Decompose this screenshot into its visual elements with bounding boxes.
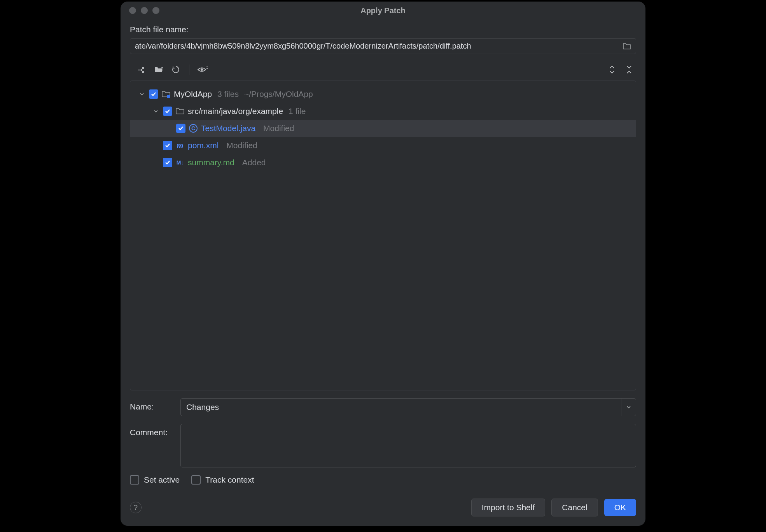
name-input-wrapper (180, 398, 636, 416)
patch-file-label: Patch file name: (130, 25, 636, 34)
comment-label: Comment: (130, 424, 180, 437)
tree-root-path: ~/Progs/MyOldApp (244, 89, 313, 99)
browse-folder-icon[interactable] (623, 43, 631, 50)
preview-eye-icon[interactable] (197, 64, 208, 75)
maven-badge-text: m (177, 140, 183, 150)
file-tree-panel: MyOldApp 3 files ~/Progs/MyOldApp src/ma… (130, 80, 636, 390)
name-form-row: Name: (130, 398, 636, 416)
maven-icon: m (175, 141, 185, 150)
checkbox-file2[interactable] (163, 141, 172, 150)
minimize-window-button[interactable] (141, 7, 148, 14)
tree-root-count: 3 files (217, 89, 239, 99)
markdown-icon: M↓ (175, 158, 185, 167)
maximize-window-button[interactable] (152, 7, 159, 14)
file2-name: pom.xml (188, 141, 219, 150)
name-input[interactable] (181, 399, 621, 416)
tree-folder-name: src/main/java/org/example (188, 107, 283, 116)
dialog-title: Apply Patch (128, 6, 638, 15)
expand-collapse-icon[interactable] (607, 64, 617, 75)
titlebar: Apply Patch (121, 2, 645, 19)
help-button[interactable]: ? (130, 502, 142, 513)
chevron-down-icon[interactable] (138, 91, 146, 97)
file3-name: summary.md (188, 158, 234, 167)
track-context-option[interactable]: Track context (191, 475, 254, 485)
checkbox-folder[interactable] (163, 107, 172, 116)
tree-file-row-testmodel[interactable]: C TestModel.java Modified (130, 120, 636, 137)
name-label: Name: (130, 398, 180, 411)
comment-form-row: Comment: (130, 424, 636, 467)
tree-root-name: MyOldApp (174, 89, 212, 99)
patch-file-input-wrapper (130, 38, 636, 54)
checkbox-file1[interactable] (176, 124, 185, 133)
apply-patch-dialog: Apply Patch Patch file name: (121, 2, 645, 526)
tree-folder-row[interactable]: src/main/java/org/example 1 file (130, 103, 636, 120)
tree-file-row-summary[interactable]: M↓ summary.md Added (130, 154, 636, 171)
set-active-option[interactable]: Set active (130, 475, 180, 485)
toolbar-divider (189, 65, 189, 75)
file2-status: Modified (226, 141, 257, 150)
patch-file-input[interactable] (135, 42, 619, 51)
markdown-badge-text: M↓ (177, 159, 184, 166)
file3-status: Added (242, 158, 266, 167)
tree-root-row[interactable]: MyOldApp 3 files ~/Progs/MyOldApp (130, 86, 636, 103)
help-icon: ? (134, 504, 138, 512)
cancel-button[interactable]: Cancel (551, 499, 598, 516)
folder-group-icon[interactable] (153, 64, 164, 75)
ok-button[interactable]: OK (604, 499, 636, 516)
file1-name: TestModel.java (201, 124, 255, 133)
checkbox-root[interactable] (149, 89, 158, 99)
window-controls (129, 7, 159, 14)
options-row: Set active Track context (130, 475, 636, 485)
dialog-footer: ? Import to Shelf Cancel OK (130, 494, 636, 516)
name-dropdown-button[interactable] (621, 399, 636, 416)
folder-icon (175, 107, 185, 116)
comment-input-wrapper (180, 424, 636, 467)
close-window-button[interactable] (129, 7, 136, 14)
svg-point-0 (201, 68, 203, 71)
project-folder-icon (161, 89, 171, 99)
comment-textarea[interactable] (181, 424, 636, 467)
file1-status: Modified (263, 124, 294, 133)
svg-text:C: C (191, 125, 195, 131)
tree-file-row-pom[interactable]: m pom.xml Modified (130, 137, 636, 154)
track-context-label: Track context (205, 475, 254, 485)
collapse-all-icon[interactable] (624, 64, 635, 75)
svg-rect-1 (167, 95, 170, 98)
branch-icon[interactable] (136, 64, 147, 75)
chevron-down-icon[interactable] (152, 108, 160, 114)
tree-folder-count: 1 file (289, 107, 306, 116)
tree-toolbar (130, 62, 636, 80)
refresh-icon[interactable] (170, 64, 181, 75)
checkbox-file3[interactable] (163, 158, 172, 167)
set-active-checkbox[interactable] (130, 475, 139, 485)
set-active-label: Set active (144, 475, 180, 485)
track-context-checkbox[interactable] (191, 475, 201, 485)
import-to-shelf-button[interactable]: Import to Shelf (471, 499, 546, 516)
java-class-icon: C (189, 124, 198, 133)
